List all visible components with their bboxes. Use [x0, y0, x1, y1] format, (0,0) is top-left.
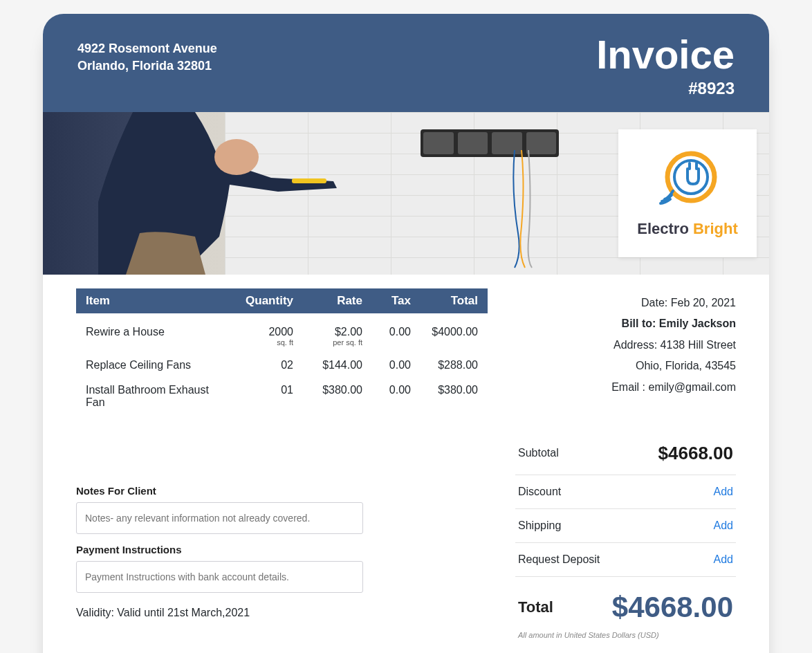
summary-block: Subtotal $4668.00 Discount Add Shipping …: [515, 432, 736, 643]
hero-image: Electro Bright: [43, 112, 769, 275]
logo-card: Electro Bright: [618, 129, 757, 257]
invoice-number: #8923: [596, 79, 735, 98]
item-tax: 0.00: [362, 359, 411, 371]
item-rate: $144.00: [293, 359, 362, 371]
discount-label: Discount: [518, 486, 561, 498]
col-item: Item: [86, 294, 224, 308]
sender-address: 4922 Rosemont Avenue Orlando, Florida 32…: [77, 35, 217, 75]
item-total: $288.00: [411, 359, 478, 371]
add-discount-button[interactable]: Add: [714, 486, 733, 498]
invoice-date: Feb 20, 2021: [671, 297, 736, 309]
document-title: Invoice: [596, 35, 735, 75]
subtotal-row: Subtotal $4668.00: [515, 432, 736, 475]
invoice-header: 4922 Rosemont Avenue Orlando, Florida 32…: [43, 14, 769, 112]
shipping-label: Shipping: [518, 519, 561, 532]
billto-addr1: 4138 Hill Street: [661, 339, 736, 351]
table-row: Install Bathroom Exhaust Fan01$380.000.0…: [76, 371, 488, 409]
item-qty: 01: [224, 384, 293, 396]
item-total: $380.00: [411, 384, 478, 396]
notes-client-label: Notes For Client: [76, 485, 488, 497]
col-total: Total: [411, 294, 478, 308]
title-block: Invoice #8923: [596, 35, 735, 98]
subtotal-value: $4668.00: [658, 443, 733, 464]
item-name: Replace Ceiling Fans: [86, 359, 224, 371]
logo-icon: [656, 149, 719, 212]
item-tax: 0.00: [362, 384, 411, 396]
item-total: $4000.00: [411, 326, 478, 338]
item-rate: $2.00per sq. ft: [293, 326, 362, 347]
col-tax: Tax: [362, 294, 411, 308]
logo-text: Electro Bright: [637, 220, 737, 238]
total-row: Total $4668.00: [515, 577, 736, 627]
items-table-header: Item Quantity Rate Tax Total: [76, 288, 488, 313]
currency-note: All amount in United States Dollars (USD…: [515, 627, 736, 643]
add-deposit-button[interactable]: Add: [714, 553, 733, 566]
items-table-body: Rewire a House2000sq. ft$2.00per sq. ft0…: [76, 313, 488, 409]
worker-illustration: [98, 112, 340, 275]
billto-email: emily@gmail.com: [649, 381, 736, 393]
add-shipping-button[interactable]: Add: [714, 519, 733, 532]
total-value: $4668.00: [612, 591, 733, 624]
discount-row: Discount Add: [515, 475, 736, 509]
table-row: Rewire a House2000sq. ft$2.00per sq. ft0…: [76, 313, 488, 347]
item-qty: 2000sq. ft: [224, 326, 293, 347]
notes-section: Notes For Client Payment Instructions Va…: [76, 485, 488, 619]
item-name: Rewire a House: [86, 326, 224, 338]
deposit-row: Request Deposit Add: [515, 543, 736, 577]
body: Item Quantity Rate Tax Total Rewire a Ho…: [43, 275, 769, 653]
svg-point-0: [214, 139, 259, 175]
table-row: Replace Ceiling Fans02$144.000.00$288.00: [76, 347, 488, 371]
item-qty: 02: [224, 359, 293, 371]
item-name: Install Bathroom Exhaust Fan: [86, 384, 224, 409]
notes-client-input[interactable]: [76, 502, 363, 534]
payment-instructions-input[interactable]: [76, 561, 363, 593]
validity-line: Validity: Valid until 21st March,2021: [76, 607, 488, 619]
address-line-1: 4922 Rosemont Avenue: [77, 40, 217, 57]
col-rate: Rate: [293, 294, 362, 308]
col-qty: Quantity: [224, 294, 293, 308]
invoice-document: 4922 Rosemont Avenue Orlando, Florida 32…: [43, 14, 769, 653]
total-label: Total: [518, 598, 553, 616]
deposit-label: Request Deposit: [518, 553, 600, 566]
billto-name: Emily Jackson: [659, 318, 736, 329]
bill-to-block: Date: Feb 20, 2021 Bill to: Emily Jackso…: [515, 288, 736, 398]
item-rate: $380.00: [293, 384, 362, 396]
item-tax: 0.00: [362, 326, 411, 338]
items-column: Item Quantity Rate Tax Total Rewire a Ho…: [76, 288, 488, 643]
payment-instructions-label: Payment Instructions: [76, 544, 488, 555]
svg-rect-1: [292, 178, 326, 183]
address-line-2: Orlando, Florida 32801: [77, 57, 217, 75]
subtotal-label: Subtotal: [518, 447, 559, 459]
shipping-row: Shipping Add: [515, 509, 736, 543]
right-column: Date: Feb 20, 2021 Bill to: Emily Jackso…: [515, 288, 736, 643]
billto-addr2: Ohio, Florida, 43545: [515, 356, 736, 376]
wires-illustration: [508, 150, 549, 268]
